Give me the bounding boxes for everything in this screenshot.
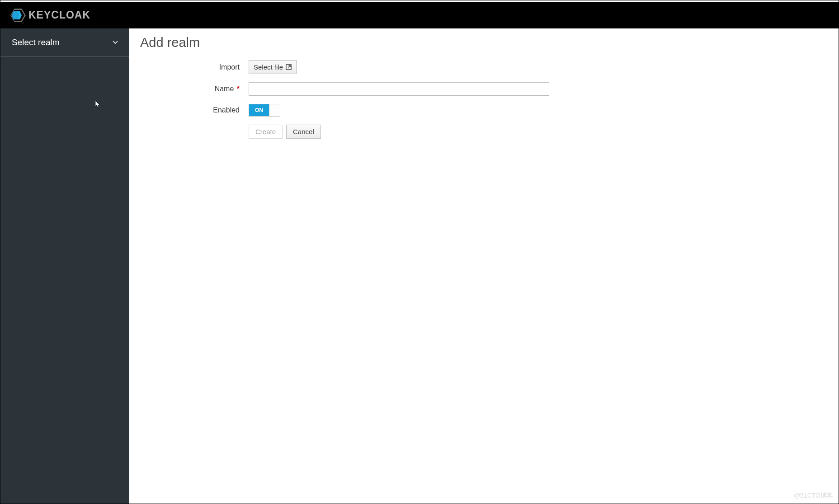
enabled-label: Enabled (140, 106, 249, 114)
import-label: Import (140, 63, 249, 71)
form-row-name: Name * (140, 82, 828, 96)
name-label: Name (215, 85, 234, 93)
keycloak-icon (10, 9, 26, 22)
realm-selector[interactable]: Select realm (0, 28, 129, 57)
sidebar: Select realm (0, 28, 129, 504)
main-content: Add realm Import Select file Name * (129, 28, 839, 504)
toggle-on-label: ON (249, 104, 269, 116)
form-row-import: Import Select file (140, 60, 828, 74)
cancel-button[interactable]: Cancel (286, 125, 321, 139)
watermark: @51CTO博客 (794, 492, 833, 500)
enabled-toggle[interactable]: ON (249, 104, 280, 117)
brand-logo[interactable]: KEYCLOAK (10, 9, 90, 22)
select-file-label: Select file (254, 63, 283, 71)
form-row-actions: Create Cancel (140, 125, 828, 139)
app-shell: Select realm Add realm Import Select fil… (0, 28, 839, 504)
required-asterisk: * (237, 85, 240, 93)
page-title: Add realm (140, 35, 828, 50)
name-label-wrap: Name * (140, 85, 249, 93)
toggle-handle (269, 104, 280, 116)
cursor-icon (95, 101, 101, 108)
create-button[interactable]: Create (249, 125, 283, 139)
brand-name: KEYCLOAK (28, 9, 90, 21)
realm-selector-label: Select realm (12, 37, 60, 47)
form-row-enabled: Enabled ON (140, 104, 828, 117)
app-header: KEYCLOAK (0, 0, 839, 28)
name-input[interactable] (249, 82, 549, 96)
chevron-down-icon (113, 39, 118, 46)
select-file-button[interactable]: Select file (249, 60, 297, 74)
import-icon (286, 64, 292, 70)
